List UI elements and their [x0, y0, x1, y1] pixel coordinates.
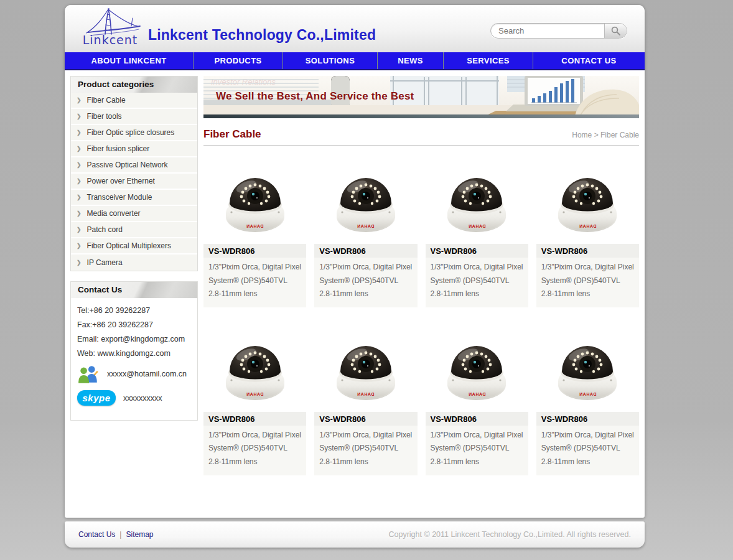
product-name[interactable]: VS-WDR806	[203, 412, 306, 426]
skype-logo: skype	[77, 390, 116, 406]
chevron-right-icon: ❯	[77, 243, 82, 249]
sidebar-item-passive-optical-network[interactable]: ❯Passive Optical Network	[71, 157, 197, 174]
chevron-right-icon: ❯	[77, 226, 82, 233]
sidebar-item-media-converter[interactable]: ❯Media converter	[71, 206, 197, 222]
chevron-right-icon: ❯	[77, 194, 82, 200]
product-card[interactable]: DAHAN VS-WDR806 1/3"Pixim Orca, Digital …	[314, 321, 417, 475]
company-logo[interactable]: Linkcent	[72, 7, 148, 52]
camera-brand-text: DAHAN	[426, 224, 528, 228]
magnifier-icon	[610, 26, 621, 36]
product-image[interactable]: DAHAN	[426, 321, 528, 412]
category-label: Fiber Optic splice closures	[87, 128, 175, 137]
product-name[interactable]: VS-WDR806	[426, 244, 528, 258]
sidebar-item-ip-camera[interactable]: ❯IP Camera	[71, 254, 197, 271]
sidebar-item-fiber-tools[interactable]: ❯Fiber tools	[71, 109, 197, 125]
chevron-right-icon: ❯	[77, 146, 82, 152]
product-name[interactable]: VS-WDR806	[314, 412, 417, 426]
chevron-right-icon: ❯	[77, 210, 82, 217]
product-image[interactable]: DAHAN	[314, 153, 417, 244]
sidebar-item-fiber-optical-multiplexers[interactable]: ❯Fiber Optical Multiplexers	[71, 238, 197, 254]
product-image[interactable]: DAHAN	[314, 321, 417, 412]
footer-links: Contact Us|Sitemap	[78, 530, 154, 539]
content-area: Product categories ❯Fiber Cable ❯Fiber t…	[65, 70, 645, 475]
banner-slogan: We Sell the Best, And Service the Best	[216, 90, 414, 103]
footer-link-contact-us[interactable]: Contact Us	[78, 530, 115, 539]
page-card: Linkcent Linkcent Technology Co.,Limited…	[65, 5, 645, 518]
category-label: Patch cord	[87, 225, 123, 234]
category-label: Fiber Cable	[87, 96, 126, 105]
sidebar-item-fiber-optic-splice-closures[interactable]: ❯Fiber Optic splice closures	[71, 125, 197, 141]
svg-text:Investor Relations: Investor Relations	[211, 77, 276, 86]
product-image[interactable]: DAHAN	[203, 321, 306, 412]
chevron-right-icon: ❯	[77, 97, 82, 103]
contact-us-box: Contact Us Tel:+86 20 39262287 Fax:+86 2…	[70, 281, 198, 421]
camera-brand-text: DAHAN	[203, 392, 306, 396]
product-description: 1/3"Pixim Orca, Digital Pixel System® (D…	[426, 258, 528, 307]
search-button[interactable]	[604, 24, 627, 38]
nav-about-linkcent[interactable]: ABOUT LINKCENT	[65, 52, 194, 69]
category-label: Fiber tools	[87, 112, 122, 121]
product-name[interactable]: VS-WDR806	[536, 412, 639, 426]
product-card[interactable]: DAHAN VS-WDR806 1/3"Pixim Orca, Digital …	[426, 321, 528, 475]
product-categories-title: Product categories	[71, 77, 197, 93]
company-title: Linkcent Technology Co.,Limited	[148, 27, 376, 44]
sidebar-item-fiber-fusion-splicer[interactable]: ❯Fiber fusion splicer	[71, 141, 197, 157]
nav-contact-us[interactable]: CONTACT US	[533, 52, 645, 69]
breadcrumb[interactable]: Home > Fiber Cable	[572, 131, 639, 139]
product-description: 1/3"Pixim Orca, Digital Pixel System® (D…	[314, 426, 417, 475]
product-name[interactable]: VS-WDR806	[536, 244, 639, 258]
page-heading-row: Fiber Cable Home > Fiber Cable	[203, 128, 639, 146]
nav-products[interactable]: PRODUCTS	[194, 52, 283, 69]
site-container: Linkcent Linkcent Technology Co.,Limited…	[65, 5, 645, 548]
product-image[interactable]: DAHAN	[536, 153, 639, 244]
product-card[interactable]: DAHAN VS-WDR806 1/3"Pixim Orca, Digital …	[314, 153, 417, 307]
nav-solutions[interactable]: SOLUTIONS	[283, 52, 378, 69]
page-title: Fiber Cable	[203, 128, 261, 141]
product-card[interactable]: DAHAN VS-WDR806 1/3"Pixim Orca, Digital …	[203, 153, 306, 307]
footer-link-sitemap[interactable]: Sitemap	[126, 530, 153, 539]
product-card[interactable]: DAHAN VS-WDR806 1/3"Pixim Orca, Digital …	[426, 153, 528, 307]
product-card[interactable]: DAHAN VS-WDR806 1/3"Pixim Orca, Digital …	[203, 321, 306, 475]
product-description: 1/3"Pixim Orca, Digital Pixel System® (D…	[536, 426, 639, 475]
chevron-right-icon: ❯	[77, 113, 82, 119]
skype-id: xxxxxxxxxx	[123, 394, 162, 403]
product-image[interactable]: DAHAN	[536, 321, 639, 412]
nav-services[interactable]: SERVICES	[444, 52, 533, 69]
sidebar-item-fiber-cable[interactable]: ❯Fiber Cable	[71, 93, 197, 109]
sidebar-item-power-over-ethernet[interactable]: ❯Power over Ethernet	[71, 174, 197, 190]
camera-brand-text: DAHAN	[314, 224, 417, 228]
footer-separator: |	[119, 530, 121, 539]
category-label: Media converter	[87, 209, 141, 218]
category-label: Power over Ethernet	[87, 177, 155, 185]
msn-address: xxxxx@hotamil.com.cn	[107, 370, 187, 378]
chevron-right-icon: ❯	[77, 178, 82, 184]
camera-brand-text: DAHAN	[536, 224, 639, 228]
sidebar-item-patch-cord[interactable]: ❯Patch cord	[71, 222, 197, 238]
contact-email: Email: export@kingdomgz.com	[77, 335, 191, 343]
product-card[interactable]: DAHAN VS-WDR806 1/3"Pixim Orca, Digital …	[536, 321, 639, 475]
footer: Contact Us|Sitemap Copyright © 2011 Link…	[65, 521, 645, 548]
product-image[interactable]: DAHAN	[203, 153, 306, 244]
sidebar: Product categories ❯Fiber Cable ❯Fiber t…	[70, 76, 198, 431]
product-card[interactable]: DAHAN VS-WDR806 1/3"Pixim Orca, Digital …	[536, 153, 639, 307]
search-input[interactable]	[498, 25, 602, 37]
contact-fax: Fax:+86 20 39262287	[77, 320, 191, 329]
product-description: 1/3"Pixim Orca, Digital Pixel System® (D…	[203, 426, 306, 475]
contact-tel: Tel:+86 20 39262287	[77, 306, 191, 315]
copyright-text: Copyright © 2011 Linkcent Technology Co.…	[388, 530, 631, 539]
contact-web: Web: www.kingdomgz.com	[77, 349, 191, 358]
category-label: IP Camera	[87, 258, 123, 267]
chevron-right-icon: ❯	[77, 162, 82, 168]
camera-brand-text: DAHAN	[314, 392, 417, 396]
product-name[interactable]: VS-WDR806	[203, 244, 306, 258]
product-name[interactable]: VS-WDR806	[314, 244, 417, 258]
hero-banner: Investor Relations	[203, 76, 639, 118]
camera-brand-text: DAHAN	[536, 392, 639, 396]
product-name[interactable]: VS-WDR806	[426, 412, 528, 426]
product-categories-box: Product categories ❯Fiber Cable ❯Fiber t…	[70, 76, 198, 271]
sidebar-item-transceiver-module[interactable]: ❯Transceiver Module	[71, 190, 197, 206]
product-description: 1/3"Pixim Orca, Digital Pixel System® (D…	[203, 258, 306, 307]
site-header: Linkcent Linkcent Technology Co.,Limited	[65, 5, 645, 52]
nav-news[interactable]: NEWS	[378, 52, 444, 69]
product-image[interactable]: DAHAN	[426, 153, 528, 244]
